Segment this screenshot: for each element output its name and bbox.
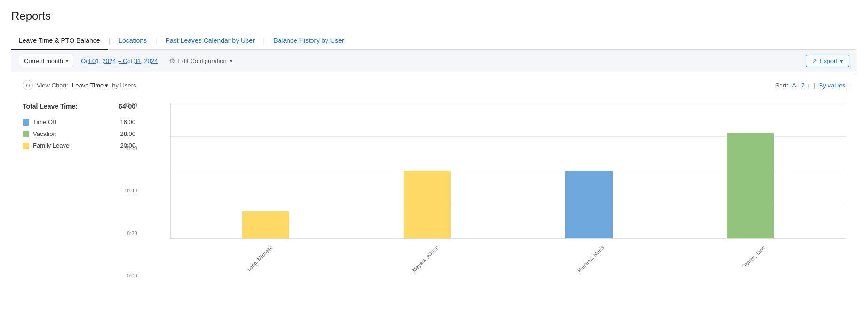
vacation-label: Vacation (33, 130, 56, 137)
main-content: Total Leave Time: 64:00 Time Off 16:00 V… (23, 98, 845, 278)
chart-container (170, 103, 845, 239)
x-label-long-michelle: Long, Michelle (246, 245, 274, 272)
tab-bar: Leave Time & PTO Balance | Locations | P… (11, 32, 857, 50)
x-label-group-white: White, Jane (666, 241, 831, 250)
legend-left-time-off: Time Off (23, 119, 56, 126)
export-button[interactable]: ↗ Export ▾ (806, 55, 849, 67)
month-filter-label: Current month (24, 57, 63, 64)
bar-ramirez-maria[interactable] (565, 171, 613, 239)
legend-item-vacation: Vacation 28:00 (23, 130, 135, 137)
tab-locations[interactable]: Locations (111, 32, 154, 50)
x-labels: Long, Michelle Meyers, Allison Ramirez, … (170, 241, 845, 250)
tab-past-leaves[interactable]: Past Leaves Calendar by User (158, 32, 263, 50)
collapse-button[interactable]: ⊙ (23, 80, 33, 90)
chart-type-label: Leave Time (72, 82, 104, 89)
chart-type-dropdown[interactable]: Leave Time ▾ (72, 82, 108, 89)
time-off-color-swatch (23, 119, 29, 126)
page-container: Reports Leave Time & PTO Balance | Locat… (0, 0, 868, 295)
view-chart-label: View Chart: (37, 82, 68, 89)
family-leave-label: Family Leave (33, 142, 69, 149)
total-leave-row: Total Leave Time: 64:00 (23, 103, 135, 110)
bars-row (171, 103, 845, 238)
export-label: Export (820, 57, 837, 64)
y-label-5: 33:20 (124, 103, 137, 108)
x-label-meyers-allison: Meyers, Allison (411, 245, 440, 273)
toolbar-right: ↗ Export ▾ (806, 55, 849, 67)
x-label-group-meyers: Meyers, Allison (335, 241, 501, 250)
bar-group-white-jane (670, 103, 832, 238)
collapse-icon: ⊙ (26, 82, 30, 88)
y-label-1: 0:00 (124, 273, 137, 278)
y-axis: 33:20 25:00 16:40 8:20 0:00 (124, 103, 137, 278)
x-label-white-jane: White, Jane (743, 245, 766, 268)
vacation-color-swatch (23, 131, 29, 137)
sort-by-values-label: By values (819, 82, 845, 89)
bar-meyers-allison[interactable] (404, 171, 451, 239)
tab-sep-2: | (154, 37, 158, 45)
view-chart-row: ⊙ View Chart: Leave Time ▾ by Users Sort… (23, 80, 845, 90)
toolbar: Current month ▾ Oct 01, 2024 – Oct 31, 2… (11, 50, 857, 72)
tab-balance-history[interactable]: Balance History by User (266, 32, 351, 50)
bar-group-meyers-allison (347, 103, 509, 238)
chart-type-arrow-icon: ▾ (105, 82, 108, 89)
bar-long-michelle[interactable] (242, 211, 289, 238)
x-label-group-ramirez: Ramirez, Maria (501, 241, 666, 250)
by-users-label: by Users (112, 82, 136, 89)
legend-item-family-leave: Family Leave 20:00 (23, 142, 135, 149)
edit-config-label: Edit Configuration (178, 57, 226, 64)
gear-icon: ⚙ (169, 57, 175, 65)
tab-leave-time[interactable]: Leave Time & PTO Balance (11, 32, 108, 50)
month-filter-arrow-icon: ▾ (66, 58, 68, 63)
sort-row: Sort: A - Z ↓ | By values (775, 82, 845, 89)
sort-label: Sort: (775, 82, 788, 89)
legend-item-time-off: Time Off 16:00 (23, 119, 135, 126)
y-label-2: 8:20 (124, 230, 137, 236)
sort-az-button[interactable]: A - Z ↓ (792, 82, 810, 89)
bar-group-long-michelle (185, 103, 347, 238)
bar-group-ramirez-maria (508, 103, 670, 238)
sort-by-values-button[interactable]: By values (819, 82, 845, 89)
content-area: ⊙ View Chart: Leave Time ▾ by Users Sort… (11, 72, 857, 286)
page-title: Reports (11, 9, 857, 23)
y-label-3: 16:40 (124, 188, 137, 193)
bar-white-jane[interactable] (727, 133, 774, 238)
family-leave-color-swatch (23, 143, 29, 149)
x-label-group-long: Long, Michelle (170, 241, 335, 250)
tab-sep-3: | (263, 37, 266, 45)
export-icon: ↗ (812, 57, 817, 64)
edit-config-arrow-icon: ▾ (230, 57, 233, 64)
month-filter-dropdown[interactable]: Current month ▾ (19, 55, 73, 67)
total-leave-label: Total Leave Time: (23, 103, 78, 110)
legend-panel: Total Leave Time: 64:00 Time Off 16:00 V… (23, 98, 135, 278)
sort-az-icon: ↓ (807, 82, 810, 89)
x-label-ramirez-maria: Ramirez, Maria (576, 245, 605, 273)
chart-wrapper: 33:20 25:00 16:40 8:20 0:00 (147, 103, 845, 278)
y-label-4: 25:00 (124, 145, 137, 151)
tab-sep-1: | (108, 37, 111, 45)
time-off-label: Time Off (33, 119, 56, 126)
legend-left-vacation: Vacation (23, 130, 56, 137)
legend-left-family-leave: Family Leave (23, 142, 69, 149)
export-arrow-icon: ▾ (840, 57, 843, 64)
chart-area: 33:20 25:00 16:40 8:20 0:00 (147, 98, 845, 278)
edit-config-button[interactable]: ⚙ Edit Configuration ▾ (169, 57, 232, 65)
sort-az-label: A - Z (792, 82, 804, 89)
date-range-picker[interactable]: Oct 01, 2024 – Oct 31, 2024 (81, 57, 158, 64)
sort-separator: | (813, 82, 815, 89)
